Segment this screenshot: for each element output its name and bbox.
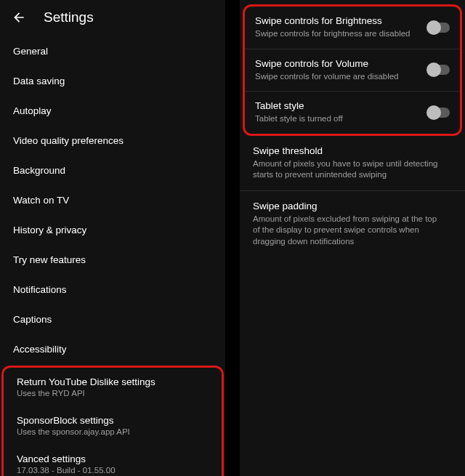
right-after-list: Swipe threshold Amount of pixels you hav… (240, 136, 465, 257)
settings-list: General Data saving Autoplay Video quali… (0, 35, 225, 476)
settings-item-background[interactable]: Background (0, 156, 225, 185)
settings-item-vanced[interactable]: Vanced settings 17.03.38 - Build - 01.55… (4, 445, 222, 476)
setting-swipe-threshold[interactable]: Swipe threshold Amount of pixels you hav… (240, 136, 465, 191)
setting-title: Swipe padding (253, 201, 445, 211)
settings-item-autoplay[interactable]: Autoplay (0, 96, 225, 126)
settings-item-video-quality[interactable]: Video quality preferences (0, 126, 225, 156)
settings-item-label: History & privacy (13, 225, 212, 235)
highlighted-section-left: Return YouTube Dislike settings Uses the… (1, 366, 224, 476)
settings-item-label: Vanced settings (17, 453, 209, 464)
settings-item-label: Captions (13, 314, 212, 325)
setting-sub: Swipe controls for volume are disabled (255, 71, 421, 83)
settings-item-general[interactable]: General (0, 36, 225, 66)
settings-item-data-saving[interactable]: Data saving (0, 66, 225, 96)
setting-swipe-volume[interactable]: Swipe controls for Volume Swipe controls… (245, 49, 460, 92)
setting-sub: Amount of pixels you have to swipe until… (253, 158, 445, 181)
settings-item-label: Watch on TV (13, 195, 212, 206)
settings-item-label: Return YouTube Dislike settings (17, 376, 209, 387)
arrow-left-icon (12, 10, 26, 25)
setting-text: Tablet style Tablet style is turned off (255, 100, 428, 125)
panel-gap (225, 0, 240, 476)
settings-item-try-new-features[interactable]: Try new features (0, 245, 225, 275)
settings-item-label: SponsorBlock settings (17, 415, 209, 426)
setting-sub: Swipe controls for brightness are disabl… (255, 28, 421, 40)
toggle-switch[interactable] (428, 23, 450, 33)
settings-item-sub: Uses the sponsor.ajay.app API (17, 427, 209, 436)
setting-text: Swipe padding Amount of pixels excluded … (253, 201, 452, 248)
settings-item-notifications[interactable]: Notifications (0, 275, 225, 304)
highlighted-section-right: Swipe controls for Brightness Swipe cont… (243, 4, 462, 136)
setting-title: Swipe controls for Volume (255, 58, 421, 69)
settings-item-label: Accessibility (13, 344, 212, 355)
settings-item-accessibility[interactable]: Accessibility (0, 334, 225, 364)
settings-item-label: Background (13, 165, 212, 176)
back-button[interactable] (10, 9, 28, 26)
page-title: Settings (44, 9, 94, 25)
setting-swipe-brightness[interactable]: Swipe controls for Brightness Swipe cont… (245, 7, 460, 49)
settings-item-label: Autoplay (13, 105, 212, 116)
setting-sub: Amount of pixels excluded from swiping a… (253, 214, 445, 248)
settings-item-ryd[interactable]: Return YouTube Dislike settings Uses the… (4, 368, 222, 406)
toggle-switch[interactable] (428, 108, 450, 118)
setting-sub: Tablet style is turned off (255, 113, 421, 125)
settings-item-label: Notifications (13, 284, 212, 295)
settings-item-sponsorblock[interactable]: SponsorBlock settings Uses the sponsor.a… (4, 406, 222, 445)
setting-text: Swipe threshold Amount of pixels you hav… (253, 145, 452, 181)
setting-swipe-padding[interactable]: Swipe padding Amount of pixels excluded … (240, 191, 465, 257)
setting-text: Swipe controls for Brightness Swipe cont… (255, 15, 428, 40)
setting-title: Swipe threshold (253, 145, 445, 156)
setting-title: Swipe controls for Brightness (255, 15, 421, 26)
settings-item-captions[interactable]: Captions (0, 304, 225, 334)
setting-text: Swipe controls for Volume Swipe controls… (255, 58, 428, 83)
toggle-switch[interactable] (428, 65, 450, 75)
settings-item-label: Video quality preferences (13, 135, 212, 146)
settings-item-label: Data saving (13, 76, 212, 86)
settings-item-history-privacy[interactable]: History & privacy (0, 215, 225, 245)
right-list: Swipe controls for Brightness Swipe cont… (240, 0, 465, 257)
setting-tablet-style[interactable]: Tablet style Tablet style is turned off (245, 92, 460, 134)
settings-item-sub: 17.03.38 - Build - 01.55.00 (17, 466, 209, 475)
settings-item-label: General (13, 46, 212, 57)
settings-item-label: Try new features (13, 254, 212, 265)
settings-item-sub: Uses the RYD API (17, 389, 209, 398)
setting-title: Tablet style (255, 100, 421, 111)
settings-panel-right: Swipe controls for Brightness Swipe cont… (240, 0, 465, 476)
header: Settings (0, 0, 225, 35)
settings-panel-left: Settings General Data saving Autoplay Vi… (0, 0, 225, 476)
settings-item-watch-on-tv[interactable]: Watch on TV (0, 185, 225, 215)
